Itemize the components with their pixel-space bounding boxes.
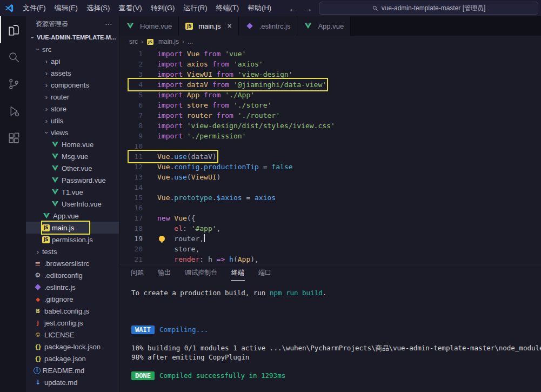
code-line[interactable]: 13Vue.use(ViewUI) [119, 172, 541, 182]
code-line[interactable]: 18 el: '#app', [119, 223, 541, 234]
chevron-down-icon: › [34, 45, 42, 54]
code-line[interactable]: 7import router from './router' [119, 110, 541, 121]
tab-app-vue[interactable]: App.vue [297, 16, 351, 36]
source-control-activity-icon[interactable] [0, 70, 26, 97]
tree-item-views[interactable]: ›views [26, 127, 119, 138]
tree-item-src[interactable]: ›src [26, 43, 119, 55]
tree-item-babel-config-js[interactable]: Bbabel.config.js [26, 305, 119, 317]
tree-item-components[interactable]: ›components [26, 79, 119, 91]
tree-item--eslintrc-js[interactable]: .eslintrc.js [26, 281, 119, 293]
breadcrumb-item[interactable]: JSmain.js [146, 38, 179, 45]
code-line[interactable]: 20 store, [119, 244, 541, 254]
menu-item-6[interactable]: 终端(T) [211, 3, 243, 13]
code-line[interactable]: 11Vue.use(dataV) [119, 151, 541, 162]
line-number: 20 [129, 244, 143, 254]
tab-main-js[interactable]: JSmain.js× [179, 16, 238, 36]
menu-item-2[interactable]: 选择(S) [82, 3, 114, 13]
menu-item-3[interactable]: 查看(V) [114, 3, 146, 13]
tree-item-jest-config-js[interactable]: Jjest.config.js [26, 317, 119, 329]
tree-item-password-vue[interactable]: Password.vue [26, 174, 119, 186]
tree-item-msg-vue[interactable]: Msg.vue [26, 150, 119, 162]
tree-item-label: .editorconfig [44, 271, 83, 280]
code-line[interactable]: 3import ViewUI from 'view-design' [119, 69, 541, 79]
panel-tab-2[interactable]: 调试控制台 [184, 265, 218, 281]
tree-item-update-md[interactable]: ↓update.md [26, 376, 119, 388]
code-line[interactable]: 12Vue.config.productionTip = false [119, 162, 541, 172]
code-line[interactable]: 5import App from './App' [119, 90, 541, 100]
menu-item-0[interactable]: 文件(F) [18, 3, 50, 13]
menu-item-1[interactable]: 编辑(E) [50, 3, 82, 13]
panel-tab-4[interactable]: 端口 [258, 265, 272, 281]
terminal-output[interactable]: To create a production build, run npm ru… [119, 282, 541, 392]
tree-root-folder[interactable]: › VUE-ADMIN-TEMPLATE-M... [26, 31, 119, 43]
tree-item-store[interactable]: ›store [26, 103, 119, 115]
line-number: 8 [129, 121, 143, 131]
code-line[interactable]: 19 router, [119, 234, 541, 244]
code-token [208, 101, 212, 109]
js-file-icon: JS [42, 224, 50, 231]
code-line[interactable]: 2import axios from 'axios' [119, 59, 541, 69]
tree-item-tests[interactable]: ›tests [26, 245, 119, 257]
code-line[interactable]: 16 [119, 203, 541, 213]
breadcrumb-item[interactable]: ... [188, 38, 193, 45]
explorer-activity-icon[interactable] [0, 16, 26, 43]
chevron-down-icon: › [29, 33, 37, 42]
search-icon [372, 5, 378, 11]
tree-item-api[interactable]: ›api [26, 55, 119, 67]
menu-item-7[interactable]: 帮助(H) [243, 3, 276, 13]
terminal-line [131, 362, 541, 371]
tree-item--editorconfig[interactable]: ⚙.editorconfig [26, 269, 119, 281]
tree-item-main-js[interactable]: JSmain.js [26, 222, 119, 234]
code-text: router, [157, 234, 205, 244]
tree-item-permission-js[interactable]: JSpermission.js [26, 234, 119, 245]
tree-item-assets[interactable]: ›assets [26, 67, 119, 79]
code-line[interactable]: 21 render: h => h(App), [119, 254, 541, 264]
code-line[interactable]: 14 [119, 182, 541, 192]
tree-item-package-json[interactable]: {}package.json [26, 353, 119, 364]
code-line[interactable]: 10 [119, 141, 541, 151]
search-activity-icon[interactable] [0, 43, 26, 70]
code-line[interactable]: 8import 'view-design/dist/styles/iview.c… [119, 121, 541, 131]
menu-item-4[interactable]: 转到(G) [146, 3, 179, 13]
tree-item-app-vue[interactable]: App.vue [26, 210, 119, 222]
code-line[interactable]: 9import './permission' [119, 131, 541, 141]
code-line[interactable]: 6import store from './store' [119, 100, 541, 110]
panel-tab-1[interactable]: 输出 [157, 265, 171, 281]
tree-item--gitignore[interactable]: ◆.gitignore [26, 293, 119, 305]
tree-item-other-vue[interactable]: Other.vue [26, 162, 119, 174]
breadcrumb-item[interactable]: src [129, 38, 138, 45]
code-token [183, 132, 187, 140]
menu-item-5[interactable]: 运行(R) [179, 3, 211, 13]
more-actions-icon[interactable]: ⋯ [105, 19, 112, 28]
extensions-activity-icon[interactable] [0, 124, 26, 151]
tree-item-userinfo-vue[interactable]: UserInfo.vue [26, 198, 119, 210]
tree-item-router[interactable]: ›router [26, 91, 119, 103]
panel-tab-3[interactable]: 终端 [231, 265, 245, 281]
tree-item-package-lock-json[interactable]: {}package-lock.json [26, 341, 119, 353]
code-line[interactable]: 1import Vue from 'vue' [119, 49, 541, 59]
tree-item-label: LICENSE [44, 331, 75, 339]
run-debug-activity-icon[interactable] [0, 97, 26, 124]
tree-item-license[interactable]: ©LICENSE [26, 329, 119, 341]
window-search-box[interactable]: vue-admin-template-master [管理员] [319, 2, 538, 15]
line-number: 12 [129, 162, 143, 172]
tab-home-vue[interactable]: Home.vue [119, 16, 179, 36]
panel-tab-0[interactable]: 问题 [130, 265, 144, 281]
forward-arrow-icon[interactable]: → [304, 4, 312, 13]
tree-item--browserslistrc[interactable]: ≡.browserslistrc [26, 257, 119, 269]
tab--eslintrc-js[interactable]: .eslintrc.js [239, 16, 298, 36]
code-token: './router' [238, 111, 280, 119]
code-line[interactable]: 17new Vue({ [119, 213, 541, 223]
code-token: ) [217, 173, 221, 181]
code-line[interactable]: 15Vue.prototype.$axios = axios [119, 192, 541, 203]
close-icon[interactable]: × [227, 22, 231, 30]
tree-item-t1-vue[interactable]: T1.vue [26, 186, 119, 198]
code-line[interactable]: 4import dataV from '@jiaminghi/data-view… [119, 79, 541, 90]
tree-item-utils[interactable]: ›utils [26, 115, 119, 127]
back-arrow-icon[interactable]: ← [289, 4, 297, 13]
tree-item-readme-md[interactable]: iREADME.md [26, 364, 119, 376]
tree-item-label: jest.config.js [44, 319, 83, 327]
tree-item-home-vue[interactable]: Home.vue [26, 138, 119, 150]
code-editor[interactable]: 1import Vue from 'vue'2import axios from… [119, 48, 541, 264]
lightbulb-icon[interactable] [159, 236, 165, 242]
